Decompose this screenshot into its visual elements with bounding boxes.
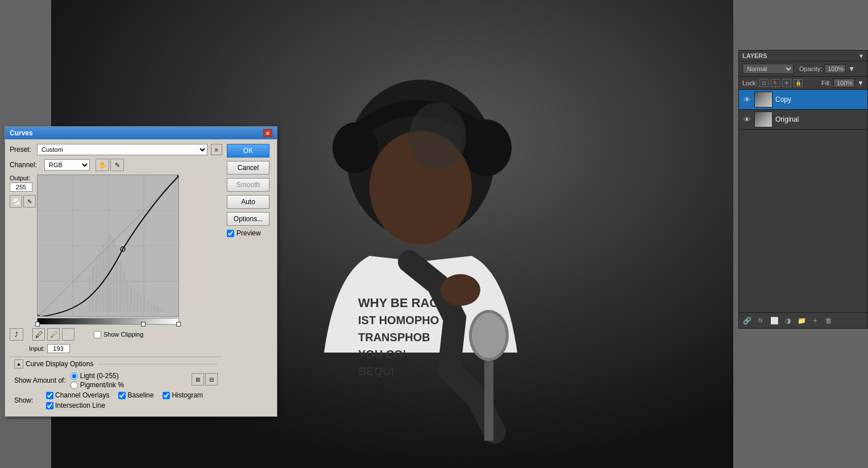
gray-dropper[interactable]: 🖊 <box>47 328 60 341</box>
channel-label: Channel: <box>10 161 41 169</box>
large-grid-button[interactable]: ⊟ <box>205 373 218 386</box>
curves-dialog: Curves × Preset: Custom ≡ Channel: RGB ✋ <box>5 126 277 417</box>
fill-input[interactable] <box>833 78 855 88</box>
output-value[interactable] <box>10 183 32 192</box>
opacity-input[interactable] <box>824 64 846 73</box>
svg-rect-43 <box>157 307 159 312</box>
preview-label: Preview <box>236 229 261 237</box>
layers-panel-close[interactable]: ▼ <box>858 53 864 59</box>
svg-rect-37 <box>136 292 139 312</box>
link-layers-icon[interactable]: 🔗 <box>741 316 753 326</box>
new-layer-icon[interactable]: + <box>809 316 821 326</box>
mask-icon[interactable]: ⬜ <box>769 316 780 326</box>
ok-button[interactable]: OK <box>227 144 269 158</box>
layers-bottom-bar: 🔗 fx ⬜ ◑ 📁 + 🗑 <box>739 312 867 328</box>
preview-checkbox[interactable] <box>227 230 234 237</box>
channel-select[interactable]: RGB <box>44 159 90 171</box>
smooth-button[interactable]: Smooth <box>227 178 269 192</box>
channel-overlays-checkbox[interactable] <box>46 392 53 399</box>
black-dropper[interactable]: 🖊 <box>32 328 45 341</box>
layer-name-copy: Copy <box>775 96 864 103</box>
histogram-checkbox[interactable] <box>163 392 170 399</box>
curves-left-panel: Preset: Custom ≡ Channel: RGB ✋ ✎ <box>10 144 222 412</box>
fill-arrow[interactable]: ▼ <box>857 79 864 87</box>
intersection-line-label: Intersection Line <box>46 401 105 409</box>
curves-body: Preset: Custom ≡ Channel: RGB ✋ ✎ <box>5 139 277 416</box>
lock-position-icon[interactable]: ✛ <box>782 79 791 87</box>
show-clipping-label: Show Clipping <box>103 331 143 338</box>
adjustment-icon[interactable]: ◑ <box>782 316 794 326</box>
svg-rect-32 <box>119 260 122 312</box>
fx-icon[interactable]: fx <box>755 316 766 326</box>
show-label: Show: <box>14 396 37 404</box>
pigment-label: Pigment/Ink % <box>80 381 124 389</box>
lock-label: Lock: <box>742 80 757 86</box>
channel-overlays-label: Channel Overlays <box>46 391 109 399</box>
histogram-label: Histogram <box>163 391 203 399</box>
input-black-point-handle[interactable] <box>35 322 40 326</box>
delete-layer-icon[interactable]: 🗑 <box>823 316 834 326</box>
show-amount-label: Show Amount of: <box>14 376 66 384</box>
layers-blend-row: Normal Opacity: ▼ <box>739 61 867 77</box>
curves-close-button[interactable]: × <box>263 129 272 137</box>
show-clipping-checkbox[interactable] <box>94 331 101 338</box>
options-divider <box>98 364 218 365</box>
layer-eye-original[interactable]: 👁 <box>742 115 751 124</box>
svg-rect-34 <box>126 280 128 312</box>
intersection-line-checkbox[interactable] <box>46 402 53 409</box>
lock-brush-icon[interactable]: ✎ <box>771 79 780 87</box>
svg-point-3 <box>333 122 378 173</box>
channel-overlays-text: Channel Overlays <box>55 391 109 399</box>
show-row: Show: Channel Overlays Baseline Histo <box>14 391 218 409</box>
baseline-checkbox[interactable] <box>118 392 126 399</box>
curves-right-panel: OK Cancel Smooth Auto Options... Preview <box>227 144 272 412</box>
show-items: Channel Overlays Baseline Histogram <box>46 391 218 409</box>
svg-text:IST HOMOPHO: IST HOMOPHO <box>358 314 439 326</box>
lock-all-icon[interactable]: 🔒 <box>794 79 803 87</box>
input-midpoint-handle[interactable] <box>141 322 146 326</box>
preset-row: Preset: Custom ≡ <box>10 144 222 155</box>
svg-text:BEQUI: BEQUI <box>358 365 394 378</box>
light-radio[interactable] <box>70 372 78 380</box>
svg-point-15 <box>409 102 466 171</box>
adjust-curves-tool[interactable]: ⤴ <box>10 328 23 341</box>
fill-label: Fill: <box>821 80 831 86</box>
white-dropper[interactable]: 🖊 <box>62 328 74 341</box>
options-title: Curve Display Options <box>26 360 93 368</box>
layer-row-copy[interactable]: 👁 Copy <box>739 90 867 110</box>
curves-graph[interactable] <box>37 175 179 317</box>
curve-pencil-tool[interactable]: ✎ <box>110 159 124 171</box>
lock-transparent-icon[interactable]: ⊡ <box>759 79 769 87</box>
svg-rect-45 <box>164 309 166 312</box>
svg-rect-39 <box>143 297 146 312</box>
opacity-arrow[interactable]: ▼ <box>848 65 855 73</box>
cancel-button[interactable]: Cancel <box>227 161 269 175</box>
auto-button[interactable]: Auto <box>227 195 269 209</box>
input-value[interactable] <box>47 344 70 353</box>
input-white-point-handle[interactable] <box>176 322 181 326</box>
options-toggle-button[interactable]: ▲ <box>14 359 23 368</box>
group-icon[interactable]: 📁 <box>796 316 807 326</box>
small-grid-button[interactable]: ⊞ <box>192 373 204 386</box>
svg-rect-13 <box>484 361 493 441</box>
layer-name-original: Original <box>775 115 864 123</box>
pigment-radio[interactable] <box>70 382 78 389</box>
svg-text:TRANSPHOB: TRANSPHOB <box>358 331 430 343</box>
svg-point-12 <box>472 313 506 358</box>
curve-display-icon[interactable]: 📈 <box>10 195 22 208</box>
curves-title: Curves <box>10 129 33 137</box>
lock-row: Lock: ⊡ ✎ ✛ 🔒 Fill: ▼ <box>739 77 867 90</box>
output-label: Output: <box>10 175 32 181</box>
curve-edit-icon[interactable]: ✎ <box>23 195 36 208</box>
layer-eye-copy[interactable]: 👁 <box>742 95 751 104</box>
svg-rect-38 <box>140 295 142 312</box>
curve-hand-tool[interactable]: ✋ <box>95 159 109 171</box>
svg-rect-41 <box>150 303 152 312</box>
layer-row-original[interactable]: 👁 Original <box>739 110 867 130</box>
svg-text:YOU CO': YOU CO' <box>358 348 406 361</box>
preset-select[interactable]: Custom <box>37 144 207 155</box>
options-button[interactable]: Options... <box>227 212 269 226</box>
preset-manage-button[interactable]: ≡ <box>211 144 222 155</box>
show-amount-row: Show Amount of: Light (0-255) Pigment/In… <box>14 372 218 389</box>
blend-mode-select[interactable]: Normal <box>742 64 794 74</box>
